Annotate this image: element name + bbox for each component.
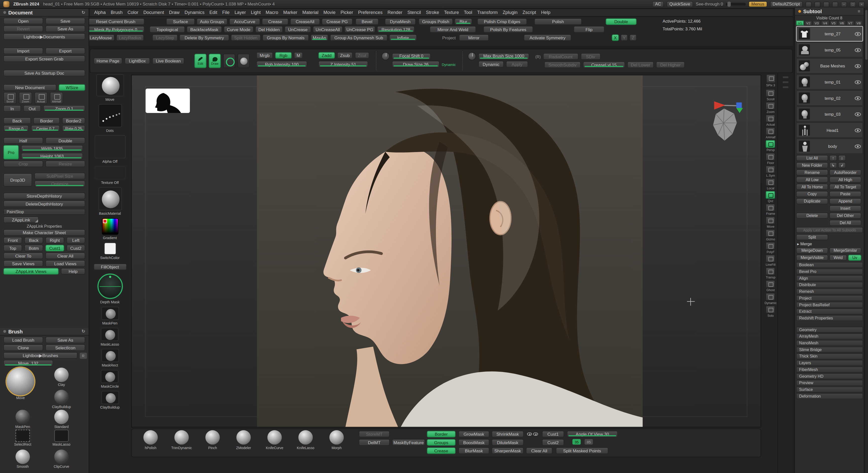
live-boolean-button[interactable]: Live Boolean <box>152 58 184 64</box>
merge-action-button[interactable]: Weld <box>829 255 847 261</box>
subtool-row[interactable]: body <box>796 138 863 154</box>
zoom-in-button[interactable]: In <box>3 105 21 112</box>
visibility-tab[interactable]: V6 <box>838 21 846 25</box>
menu-item[interactable]: Dynamics <box>182 10 207 15</box>
menu-item[interactable]: Transform <box>475 10 500 15</box>
quick-brush-item[interactable]: hPolish <box>135 430 166 450</box>
sculpt-canvas[interactable] <box>131 75 761 427</box>
load-brush-button[interactable]: Load Brush <box>3 337 43 343</box>
visibility-tab[interactable]: V5 <box>830 21 837 25</box>
bpr-icon[interactable] <box>766 74 775 83</box>
width-slider[interactable]: Width 1835 <box>21 145 83 152</box>
brush-thumb-move[interactable]: Move <box>5 368 35 400</box>
value-chip-35[interactable]: 35 <box>572 439 581 445</box>
view-toggle-item[interactable]: LineFill <box>766 255 775 266</box>
shelf-button[interactable]: Flip <box>574 26 604 33</box>
merge-action-button[interactable]: MergeSimilar <box>829 248 861 254</box>
subtool-action-button[interactable]: Append <box>829 198 861 204</box>
shelf-button[interactable]: Activate Symmetry <box>524 34 571 41</box>
move-out-of-folder-icon[interactable]: ↲ <box>838 162 846 168</box>
subpixel-size-button[interactable]: SubPixel Size <box>34 173 85 180</box>
panel-menu-icon[interactable]: ≡ <box>858 9 860 14</box>
move-into-folder-icon[interactable]: ↳ <box>829 162 837 168</box>
del-higher-button[interactable]: Del Higher <box>656 61 685 68</box>
dilutemask-button[interactable]: DiluteMask <box>492 439 524 446</box>
max-brush-knob[interactable] <box>468 52 476 60</box>
menu-item[interactable]: Color <box>125 10 141 15</box>
mask-border-toggle[interactable]: Border <box>427 431 456 437</box>
subtool-row[interactable]: temp_02 <box>796 90 863 106</box>
shelf-button[interactable]: UnCreaseAll <box>313 26 343 33</box>
view-botm-button[interactable]: Botm <box>24 245 43 252</box>
center-slider[interactable]: Center 0.7 <box>31 125 60 132</box>
visibility-eye-icon[interactable] <box>855 128 861 132</box>
monitor-icon[interactable] <box>832 1 838 7</box>
quick-brush-item[interactable]: Pinch <box>197 430 228 450</box>
tool-thumbnail[interactable] <box>101 218 118 235</box>
visibility-eye-icon[interactable] <box>855 96 861 100</box>
visibility-eye-icon[interactable] <box>855 112 861 116</box>
border-button[interactable]: Border <box>33 118 60 124</box>
tool-palette-section[interactable]: Preview <box>796 380 863 386</box>
menu-item[interactable]: Texture <box>442 10 461 15</box>
palette-icon[interactable] <box>806 1 811 7</box>
delmt-button[interactable]: DelMT <box>359 439 390 446</box>
shelf-button[interactable]: DynaMesh <box>385 18 416 25</box>
view-toggle-item[interactable]: Transp <box>766 267 775 279</box>
shelf-button[interactable]: Project <box>441 34 457 41</box>
value-chip-85[interactable]: 85 <box>585 439 593 445</box>
view-toggle-icon[interactable] <box>766 229 775 237</box>
menu-item[interactable]: Edit <box>207 10 219 15</box>
menu-item[interactable]: Movie <box>321 10 338 15</box>
shelf-button[interactable]: Crease PG <box>322 18 353 25</box>
view-toggle-item[interactable]: Ghost <box>766 280 775 292</box>
smooth-subdiv-button[interactable]: SmoothSubdiv <box>544 61 581 68</box>
view-toggle-icon[interactable] <box>766 140 775 148</box>
mask-groups-toggle[interactable]: Groups <box>427 439 456 446</box>
tool-strip-item[interactable]: MaskPen <box>101 307 119 325</box>
menu-item[interactable]: Alpha <box>92 10 108 15</box>
tool-palette-section[interactable]: Geometry HD <box>796 373 863 379</box>
tool-thumbnail[interactable] <box>101 391 119 404</box>
menu-item[interactable]: Preferences <box>356 10 384 15</box>
zadd-button[interactable]: Zadd <box>318 52 335 59</box>
tool-thumbnail[interactable] <box>94 135 125 158</box>
cust2-button[interactable]: Cust2 <box>542 439 564 446</box>
apply-button[interactable]: Apply <box>506 61 528 68</box>
shrinkmask-button[interactable]: ShrinkMask <box>492 431 524 437</box>
grid-icon[interactable] <box>814 1 820 7</box>
brush-thumb-maskpen[interactable]: MaskPen <box>8 410 37 429</box>
view-toggle-item[interactable]: Zoom <box>766 102 775 114</box>
view-toggle-item[interactable]: Gizmo <box>766 229 775 241</box>
mrgb-button[interactable]: Mrgb <box>256 52 273 59</box>
fill-object-button[interactable]: FillObject <box>93 263 127 270</box>
apply-last-action-button[interactable]: Apply Last Action To All Subtools <box>796 227 863 233</box>
draw-size-slider[interactable]: Draw Size 26 <box>392 61 439 68</box>
menu-item[interactable]: Tool <box>462 10 474 15</box>
subtool-section[interactable]: Boolean <box>796 262 863 268</box>
subtool-section[interactable]: Remesh <box>796 288 863 294</box>
border2-button[interactable]: Border2 <box>62 118 85 124</box>
view-toggle-item[interactable]: L.Sym <box>766 165 775 177</box>
brush-thumb-masklasso[interactable]: MaskLasso <box>46 430 76 446</box>
sculpt-sphere-button[interactable] <box>238 54 250 68</box>
resize-button[interactable]: Resize <box>45 160 85 167</box>
lightbox-button[interactable]: LightBox <box>125 58 150 64</box>
tool-palette-section[interactable]: Geometry <box>796 327 863 333</box>
clear-all-views-button[interactable]: Clear All <box>45 253 85 259</box>
visibility-tab[interactable]: V2 <box>804 21 812 25</box>
brush-thumb-standard[interactable]: Standard <box>46 410 76 429</box>
tool-strip-item[interactable]: MaskRect <box>101 349 119 367</box>
tool-thumbnail[interactable] <box>101 370 119 383</box>
wsize-toggle[interactable]: WSize <box>59 84 85 91</box>
view-toggle-icon[interactable] <box>766 293 775 301</box>
split-button[interactable]: Split <box>796 234 828 240</box>
subtool-row[interactable]: temp_01 <box>796 74 863 90</box>
menu-item[interactable]: Light <box>249 10 263 15</box>
m-button[interactable]: M <box>294 52 303 59</box>
visibility-tab[interactable]: V4 <box>821 21 829 25</box>
visibility-eye-icon[interactable] <box>855 32 861 36</box>
eyes-icon[interactable] <box>527 433 538 436</box>
shelf-button[interactable]: Crease <box>262 18 288 25</box>
subtool-action-button[interactable]: All To Target <box>829 184 861 190</box>
